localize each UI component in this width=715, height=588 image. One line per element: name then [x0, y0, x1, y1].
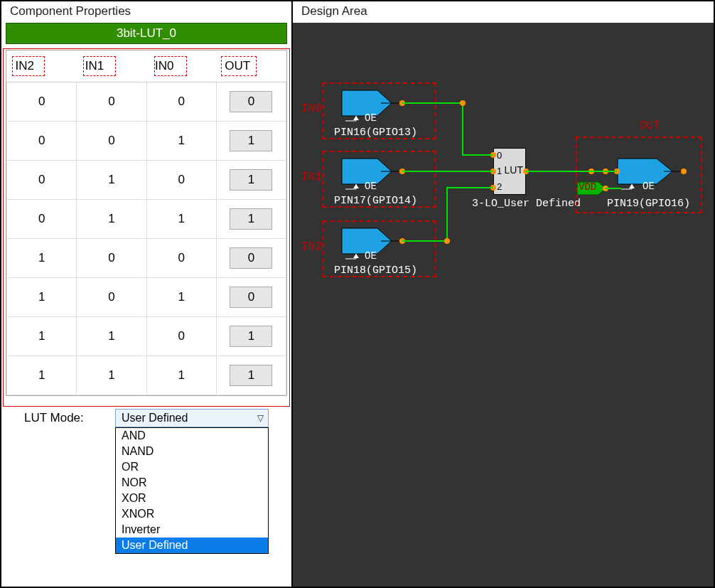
port-dot[interactable]	[681, 169, 687, 174]
lut-mode-selected-value: User Defined	[122, 412, 188, 424]
lut-mode-select[interactable]: User Defined ▽	[115, 409, 269, 427]
cell-out: 0	[216, 82, 286, 122]
cell-in0: 0	[146, 317, 216, 356]
cell-in0: 0	[146, 161, 216, 200]
wire-dot	[444, 238, 450, 244]
wire	[606, 188, 621, 189]
chevron-down-icon: ▽	[257, 413, 264, 423]
lut-mode-option[interactable]: AND	[116, 428, 268, 444]
cell-in2: 0	[7, 200, 77, 239]
oe-label-out: OE	[643, 181, 655, 192]
cell-in0: 0	[146, 82, 216, 122]
lut-block[interactable]: 0 1 2 LUT	[493, 148, 526, 195]
node-out-label: OUT	[640, 119, 660, 132]
out-toggle-button[interactable]: 1	[230, 365, 272, 386]
lut-mode-option[interactable]: OR	[116, 459, 268, 475]
wire	[402, 171, 493, 172]
table-row: 0101	[7, 161, 286, 200]
table-row: 0111	[7, 200, 286, 239]
lut-mode-option[interactable]: NAND	[116, 444, 268, 459]
pin19-label: PIN19(GPIO16)	[607, 198, 690, 210]
out-toggle-button[interactable]: 0	[230, 91, 272, 112]
table-row: 0000	[7, 82, 286, 122]
col-header-in0: IN0	[146, 50, 216, 82]
lut-name-label: 3-LO_User Defined	[472, 198, 581, 210]
col-header-out: OUT	[216, 50, 286, 82]
out-toggle-button[interactable]: 1	[230, 208, 272, 230]
truth-table: IN2 IN1 IN0 OUT 000000110101011110001010…	[6, 50, 287, 396]
oe-label-in1: OE	[365, 181, 377, 192]
cell-in0: 1	[146, 122, 216, 161]
wire	[526, 171, 617, 172]
wire	[446, 187, 493, 188]
lut-mode-option[interactable]: NOR	[116, 475, 268, 491]
pin16-label: PIN16(GPIO13)	[334, 127, 417, 139]
col-header-in2: IN2	[7, 50, 77, 82]
cell-out: 1	[216, 200, 286, 239]
component-properties-title: Component Properties	[1, 1, 291, 23]
cell-in0: 1	[146, 200, 216, 239]
cell-out: 0	[216, 278, 286, 317]
table-row: 1010	[7, 278, 286, 317]
cell-in1: 1	[77, 200, 146, 239]
wire	[462, 154, 493, 156]
pin18-label: PIN18(GPIO15)	[334, 264, 417, 277]
svg-marker-5	[353, 254, 359, 258]
lut-text: LUT	[505, 164, 523, 176]
out-toggle-button[interactable]: 1	[230, 326, 272, 347]
lut-mode-dropdown[interactable]: ANDNANDORNORXORXNORInverterUser Defined	[115, 427, 269, 554]
out-toggle-button[interactable]: 0	[230, 287, 272, 308]
cell-in1: 0	[77, 239, 146, 278]
node-in2-label: IN2	[301, 240, 322, 253]
cell-in2: 0	[7, 161, 77, 200]
out-toggle-button[interactable]: 1	[230, 130, 272, 151]
node-in0-label: IN0	[301, 102, 322, 115]
design-canvas[interactable]: IN0 OE PIN16(GPIO13) IN1 OE PI	[293, 23, 714, 587]
component-name-bar: 3bit-LUT_0	[6, 23, 287, 44]
cell-out: 1	[216, 356, 286, 395]
svg-marker-8	[629, 184, 635, 188]
lut-mode-option[interactable]: User Defined	[116, 538, 268, 553]
cell-in1: 1	[77, 356, 146, 395]
col-header-in1: IN1	[77, 50, 146, 82]
cell-in2: 0	[7, 82, 77, 122]
cell-out: 1	[216, 317, 286, 356]
wire-dot	[460, 100, 466, 106]
cell-in2: 0	[7, 122, 77, 161]
table-row: 1101	[7, 317, 286, 356]
svg-marker-3	[353, 184, 359, 188]
cell-in1: 0	[77, 82, 146, 122]
pin17-label: PIN17(GPIO14)	[334, 195, 417, 207]
svg-marker-1	[353, 116, 359, 120]
wire	[462, 102, 463, 155]
wire	[446, 187, 448, 241]
wire	[402, 240, 448, 242]
out-toggle-button[interactable]: 0	[230, 247, 272, 269]
cell-in1: 1	[77, 161, 146, 200]
wire	[402, 102, 463, 104]
cell-out: 1	[216, 122, 286, 161]
lut-mode-label: LUT Mode:	[24, 409, 115, 425]
cell-in2: 1	[7, 278, 77, 317]
lut-mode-option[interactable]: Inverter	[116, 522, 268, 538]
cell-in2: 1	[7, 239, 77, 278]
table-row: 1000	[7, 239, 286, 278]
table-row: 0011	[7, 122, 286, 161]
lut-mode-option[interactable]: XNOR	[116, 506, 268, 522]
cell-in1: 0	[77, 122, 146, 161]
cell-in0: 1	[146, 356, 216, 395]
cell-in2: 1	[7, 317, 77, 356]
cell-in0: 0	[146, 239, 216, 278]
cell-in1: 1	[77, 317, 146, 356]
oe-label-in0: OE	[365, 112, 377, 124]
cell-in2: 1	[7, 356, 77, 395]
cell-in1: 0	[77, 278, 146, 317]
node-in1-label: IN1	[301, 171, 322, 183]
cell-out: 0	[216, 239, 286, 278]
design-area-title: Design Area	[293, 1, 714, 23]
cell-out: 1	[216, 161, 286, 200]
out-toggle-button[interactable]: 1	[230, 169, 272, 191]
cell-in0: 1	[146, 278, 216, 317]
lut-mode-option[interactable]: XOR	[116, 491, 268, 506]
oe-label-in2: OE	[365, 250, 377, 262]
